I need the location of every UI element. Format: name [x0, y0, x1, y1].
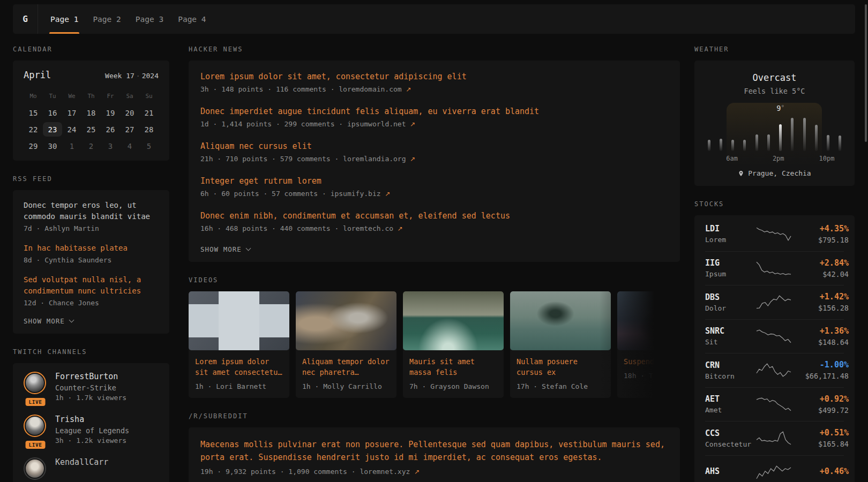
stock-row: CCS Consectetur +0.51% $165.84	[705, 421, 844, 455]
video-thumbnail[interactable]	[296, 291, 396, 350]
stock-ticker-link[interactable]: AET	[705, 394, 757, 404]
video-title-link[interactable]: Lorem ipsum dolor sit amet consectetu…	[195, 356, 283, 378]
hn-domain-link[interactable]: loremdomain.com	[339, 85, 401, 93]
external-link-icon: ↗	[414, 468, 420, 476]
avatar[interactable]	[24, 415, 46, 437]
calendar-day: 27	[120, 122, 139, 137]
weather-feels-like: Feels like 5°C	[703, 87, 846, 95]
weather-widget: WEATHER Overcast Feels like 5°C 9°	[694, 46, 855, 186]
reddit-post-link[interactable]: Maecenas mollis pulvinar erat non posuer…	[200, 438, 668, 464]
weather-bar	[839, 135, 841, 151]
video-card: Nullam posuere cursus ex 17h · Stefan Co…	[510, 291, 611, 398]
stock-row: AHS +0.46%	[705, 455, 844, 482]
video-thumbnail[interactable]	[403, 291, 504, 350]
hacker-news-section-label: HACKER NEWS	[189, 46, 680, 53]
page-tabs: Page 1 Page 2 Page 3 Page 4	[38, 4, 220, 34]
avatar[interactable]	[24, 457, 46, 480]
page-scrollbar	[865, 0, 867, 482]
twitch-channel-link[interactable]: ForrestBurton	[55, 372, 126, 381]
calendar-day: 18	[81, 106, 101, 120]
stock-sparkline	[757, 465, 791, 480]
video-title-link[interactable]: Mauris sit amet massa felis	[409, 356, 497, 378]
twitch-channel-link[interactable]: Trisha	[55, 415, 129, 424]
video-title-link[interactable]: Suspendisse diam	[624, 356, 680, 367]
twitch-channel-link[interactable]: KendallCarr	[55, 457, 108, 467]
stock-ticker-link[interactable]: CRN	[705, 360, 757, 370]
calendar-day-next-month: 3	[101, 139, 120, 153]
stocks-section-label: STOCKS	[694, 200, 855, 208]
tab-page-2[interactable]: Page 2	[92, 4, 122, 34]
weather-bar	[791, 118, 794, 151]
video-meta: 18h · Tara	[624, 372, 680, 380]
right-column: WEATHER Overcast Feels like 5°C 9°	[694, 46, 855, 482]
stock-row: SNRC Sit +1.36% $148.64	[705, 319, 844, 353]
calendar-dow: Tu	[43, 89, 62, 103]
rss-item-link[interactable]: In hac habitasse platea	[24, 243, 159, 254]
stock-ticker-link[interactable]: LDI	[705, 224, 757, 234]
rss-section-label: RSS FEED	[13, 175, 169, 183]
hn-domain-link[interactable]: loremlandia.org	[343, 155, 406, 163]
hn-item: Donec enim nibh, condimentum et accumsan…	[200, 210, 668, 232]
tab-page-4[interactable]: Page 4	[177, 4, 207, 34]
scrollbar-thumb[interactable]	[865, 4, 867, 142]
rss-show-more-button[interactable]: SHOW MORE	[24, 317, 159, 325]
calendar-dow: Fr	[101, 89, 120, 103]
tab-page-1[interactable]: Page 1	[49, 4, 79, 34]
rss-item-link[interactable]: Donec tempor eros leo, ut commodo mauris…	[24, 200, 159, 222]
hn-domain-link[interactable]: ipsumify.biz	[331, 190, 381, 198]
hn-story-link[interactable]: Donec imperdiet augue tincidunt felis al…	[200, 106, 668, 117]
videos-section-label: VIDEOS	[189, 276, 680, 284]
rss-item-meta: 12d · Chance Jones	[24, 299, 159, 307]
stock-name: Amet	[705, 406, 757, 414]
location-pin-icon	[738, 170, 744, 177]
video-title-link[interactable]: Nullam posuere cursus ex	[517, 356, 604, 378]
weather-bar	[767, 134, 770, 151]
stock-name: Bitcorn	[705, 372, 757, 380]
stock-name: Consectetur	[705, 440, 757, 448]
twitch-widget: TWITCH CHANNELS LIVE ForrestBurton Count…	[13, 348, 169, 482]
video-thumbnail[interactable]	[510, 291, 611, 350]
weather-bars	[703, 117, 846, 151]
calendar-day: 17	[62, 106, 81, 120]
stock-price: $499.72	[791, 406, 849, 415]
stock-row: AET Amet +0.92% $499.72	[705, 387, 844, 421]
calendar-day-next-month: 2	[81, 139, 101, 153]
hn-story-link[interactable]: Lorem ipsum dolor sit amet, consectetur …	[200, 71, 668, 82]
stock-ticker-link[interactable]: DBS	[705, 292, 757, 302]
live-badge: LIVE	[26, 398, 46, 406]
calendar-day: 20	[120, 106, 139, 120]
stock-ticker-link[interactable]: CCS	[705, 428, 757, 438]
weather-bar	[708, 140, 710, 151]
hn-domain-link[interactable]: loremtech.co	[343, 224, 393, 232]
videos-row: Lorem ipsum dolor sit amet consectetu… 1…	[189, 291, 680, 398]
twitch-game: Counter-Strike	[55, 383, 126, 392]
video-thumbnail[interactable]	[189, 291, 289, 350]
weather-bar-current	[779, 124, 782, 151]
reddit-domain-link[interactable]: loremnet.xyz	[360, 468, 410, 476]
hn-show-more-button[interactable]: SHOW MORE	[200, 245, 668, 253]
stock-ticker-link[interactable]: IIG	[705, 258, 757, 268]
hn-domain-link[interactable]: ipsumworld.net	[347, 120, 406, 128]
hn-story-link[interactable]: Aliquam nec cursus elit	[200, 141, 668, 152]
video-title-link[interactable]: Aliquam tempor dolor nec pharetra…	[302, 356, 390, 378]
left-column: CALENDAR April Week 17·2024 Mo Tu We Th …	[13, 46, 169, 482]
stock-sparkline	[757, 363, 791, 378]
rss-widget: RSS FEED Donec tempor eros leo, ut commo…	[13, 175, 169, 334]
hn-story-link[interactable]: Integer eget rutrum lorem	[200, 176, 668, 186]
chevron-down-icon	[69, 318, 74, 323]
hn-story-link[interactable]: Donec enim nibh, condimentum et accumsan…	[200, 210, 668, 221]
tab-page-3[interactable]: Page 3	[134, 4, 164, 34]
calendar-month: April	[24, 70, 51, 80]
video-thumbnail[interactable]	[617, 291, 680, 350]
app-logo[interactable]: G	[13, 4, 38, 34]
weather-bar	[731, 140, 734, 151]
weather-bar	[815, 125, 818, 151]
external-link-icon: ↗	[385, 190, 390, 198]
twitch-channel-row: LIVE Trisha League of Legends 3h · 1.2k …	[24, 415, 159, 445]
calendar-day-next-month: 4	[120, 139, 139, 153]
subreddit-widget: /R/SUBREDDIT Maecenas mollis pulvinar er…	[189, 412, 680, 482]
avatar[interactable]	[24, 372, 46, 394]
stock-ticker-link[interactable]: AHS	[705, 466, 757, 476]
rss-item-link[interactable]: Sed volutpat nulla nisl, a condimentum n…	[24, 274, 159, 297]
stock-ticker-link[interactable]: SNRC	[705, 326, 757, 336]
